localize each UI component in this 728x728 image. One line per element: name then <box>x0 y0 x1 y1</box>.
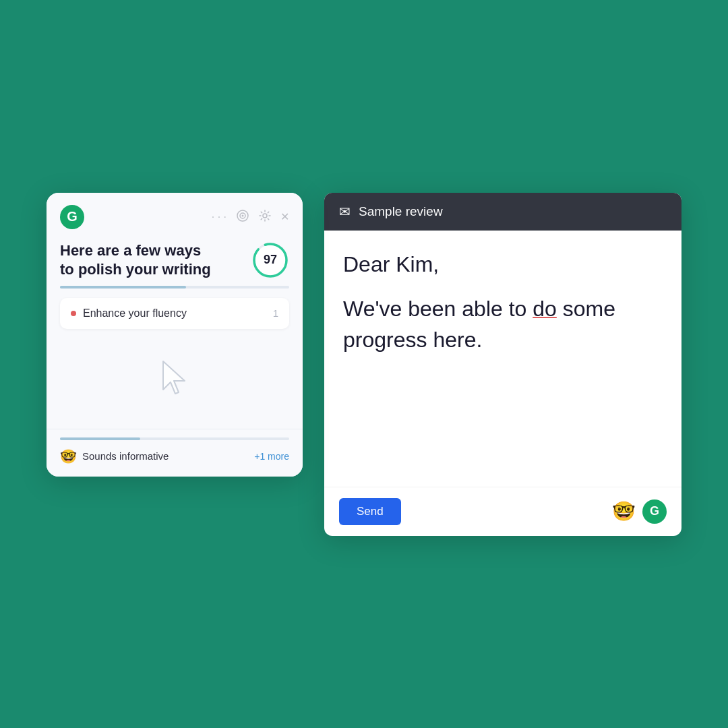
send-button[interactable]: Send <box>339 498 401 525</box>
panel-body: Here are a few ways to polish your writi… <box>47 236 303 429</box>
suggestion-dot <box>71 311 76 316</box>
scene: G · · · ✕ <box>47 193 681 536</box>
cursor-icon <box>158 359 191 396</box>
suggestion-left: Enhance your fluency <box>71 307 187 320</box>
grammarly-g-icon[interactable]: G <box>642 499 667 524</box>
suggestion-label: Enhance your fluency <box>83 307 187 320</box>
bottom-left: 🤓 Sounds informative <box>60 448 169 464</box>
suggestion-count: 1 <box>273 307 278 319</box>
settings-icon[interactable] <box>259 210 271 224</box>
bottom-bar: 🤓 Sounds informative +1 more <box>47 429 303 477</box>
email-footer: Send 🤓 G <box>324 487 681 536</box>
email-header-title: Sample review <box>359 204 443 219</box>
more-badge[interactable]: +1 more <box>254 451 289 462</box>
panel-header: G · · · ✕ <box>47 193 303 236</box>
email-header: ✉ Sample review <box>324 193 681 231</box>
progress-bar-bottom <box>60 437 289 440</box>
suggestion-card[interactable]: Enhance your fluency 1 <box>60 298 289 329</box>
svg-point-2 <box>242 214 244 216</box>
close-icon[interactable]: ✕ <box>280 210 289 223</box>
dots-icon[interactable]: · · · <box>212 211 226 223</box>
title-row: Here are a few ways to polish your writi… <box>60 241 289 279</box>
email-body: Dear Kim, We've been able to do some pro… <box>324 231 681 487</box>
footer-nerd-emoji: 🤓 <box>612 500 636 522</box>
progress-bar-fill-top <box>60 286 186 289</box>
svg-point-3 <box>263 214 267 218</box>
cursor-area <box>60 337 289 418</box>
score-circle: 97 <box>251 241 289 279</box>
email-panel: ✉ Sample review Dear Kim, We've been abl… <box>324 193 681 536</box>
goal-icon[interactable] <box>236 209 249 225</box>
email-icon: ✉ <box>339 204 351 220</box>
header-icons: · · · ✕ <box>212 209 289 225</box>
highlighted-word: do <box>533 297 557 321</box>
email-content: We've been able to do some progress here… <box>343 293 663 356</box>
email-greeting: Dear Kim, <box>343 252 663 277</box>
grammarly-panel: G · · · ✕ <box>47 193 303 477</box>
progress-bar-top <box>60 286 289 289</box>
panel-title: Here are a few ways to polish your writi… <box>60 241 246 278</box>
bottom-label: Sounds informative <box>82 450 169 462</box>
progress-bar-bottom-fill <box>60 437 140 440</box>
score-number: 97 <box>264 253 277 267</box>
footer-icons: 🤓 G <box>612 499 667 524</box>
grammarly-logo: G <box>60 205 84 229</box>
bottom-card: 🤓 Sounds informative +1 more <box>60 448 289 464</box>
nerd-emoji: 🤓 <box>60 448 77 464</box>
